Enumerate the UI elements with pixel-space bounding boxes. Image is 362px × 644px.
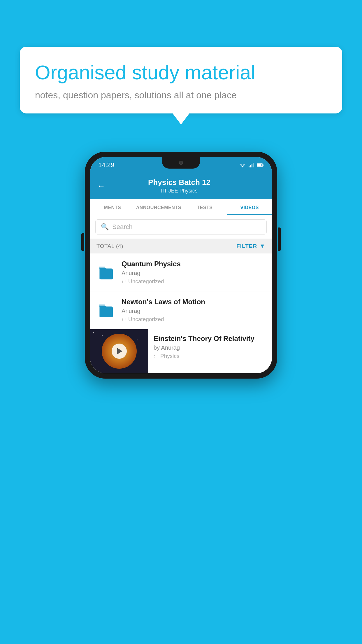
phone-outer: 14:29 — [85, 152, 277, 379]
svg-rect-4 — [250, 165, 251, 167]
video-author: by Anurag — [154, 344, 266, 351]
filter-bar: TOTAL (4) FILTER ▼ — [90, 239, 272, 253]
header-subtitle: IIT JEE Physics — [111, 188, 247, 194]
status-icons — [239, 163, 264, 167]
back-button[interactable]: ← — [97, 181, 105, 191]
play-triangle-icon — [117, 348, 122, 354]
total-label: TOTAL (4) — [96, 243, 123, 249]
video-tag: 🏷 Uncategorized — [122, 278, 266, 285]
video-author: Anurag — [122, 270, 266, 276]
speech-bubble: Organised study material notes, question… — [20, 47, 342, 113]
list-item[interactable]: Einstein's Theory Of Relativity by Anura… — [90, 329, 272, 373]
video-info: Einstein's Theory Of Relativity by Anura… — [154, 329, 266, 365]
filter-label: FILTER — [236, 243, 257, 249]
video-title: Newton's Laws of Motion — [122, 298, 266, 306]
folder-icon — [96, 299, 116, 322]
folder-icon — [96, 261, 116, 284]
svg-rect-3 — [249, 166, 249, 167]
header-title-group: Physics Batch 12 IIT JEE Physics — [111, 178, 247, 194]
camera-dot — [179, 161, 183, 165]
list-item[interactable]: Quantum Physics Anurag 🏷 Uncategorized — [90, 253, 272, 291]
tag-icon: 🏷 — [122, 317, 126, 322]
svg-rect-17 — [100, 306, 106, 308]
svg-rect-13 — [100, 268, 106, 270]
signal-icon — [249, 163, 254, 167]
tag-icon: 🏷 — [154, 354, 158, 359]
tab-videos[interactable]: VIDEOS — [227, 199, 272, 215]
svg-rect-12 — [100, 269, 113, 279]
search-container: 🔍 Search — [90, 215, 272, 239]
status-bar: 14:29 — [90, 157, 272, 173]
svg-rect-8 — [263, 164, 263, 166]
video-tag: 🏷 Physics — [154, 353, 266, 359]
video-title: Einstein's Theory Of Relativity — [154, 335, 266, 343]
svg-rect-9 — [257, 164, 261, 166]
search-box[interactable]: 🔍 Search — [95, 219, 267, 235]
video-info: Quantum Physics Anurag 🏷 Uncategorized — [122, 260, 266, 285]
header-title: Physics Batch 12 — [111, 178, 247, 187]
svg-rect-5 — [252, 164, 252, 167]
play-button[interactable] — [112, 344, 127, 359]
tab-tests[interactable]: TESTS — [182, 199, 227, 215]
phone-mockup: 14:29 — [85, 152, 277, 379]
speech-bubble-subtitle: notes, question papers, solutions all at… — [35, 90, 327, 101]
app-header: ← Physics Batch 12 IIT JEE Physics — [90, 173, 272, 199]
status-time: 14:29 — [98, 161, 114, 169]
search-placeholder: Search — [112, 223, 133, 231]
video-list: Quantum Physics Anurag 🏷 Uncategorized — [90, 253, 272, 373]
tag-icon: 🏷 — [122, 279, 126, 284]
video-title: Quantum Physics — [122, 260, 266, 268]
list-item[interactable]: Newton's Laws of Motion Anurag 🏷 Uncateg… — [90, 291, 272, 329]
battery-icon — [257, 163, 264, 167]
filter-button[interactable]: FILTER ▼ — [236, 243, 266, 249]
tabs-bar: MENTS ANNOUNCEMENTS TESTS VIDEOS — [90, 199, 272, 215]
svg-rect-16 — [100, 307, 113, 317]
speech-bubble-title: Organised study material — [35, 61, 327, 85]
wifi-icon — [239, 163, 246, 167]
tab-ments[interactable]: MENTS — [90, 199, 135, 215]
video-author: Anurag — [122, 308, 266, 314]
search-icon: 🔍 — [101, 223, 109, 231]
svg-rect-6 — [253, 163, 254, 167]
video-tag: 🏷 Uncategorized — [122, 316, 266, 323]
phone-inner: 14:29 — [90, 157, 272, 373]
notch — [162, 157, 200, 169]
tab-announcements[interactable]: ANNOUNCEMENTS — [135, 199, 182, 215]
video-info: Newton's Laws of Motion Anurag 🏷 Uncateg… — [122, 298, 266, 323]
video-thumbnail — [90, 329, 148, 373]
filter-funnel-icon: ▼ — [259, 243, 266, 249]
